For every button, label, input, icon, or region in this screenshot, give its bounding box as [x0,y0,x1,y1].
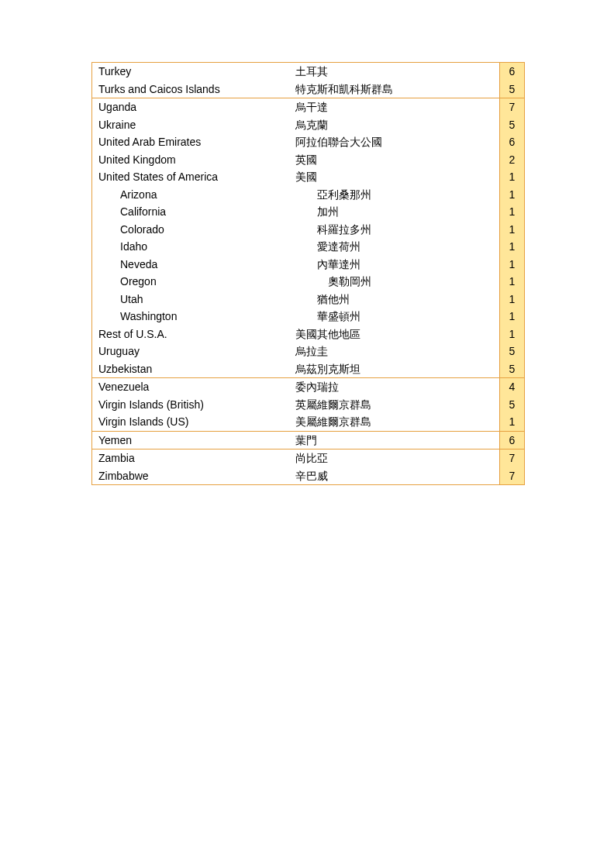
table-row: Utah猶他州1 [92,291,524,308]
country-name-en: Virgin Islands (British) [92,396,295,414]
country-name-en: United States of America [92,168,295,186]
value-cell: 1 [499,238,524,256]
country-name-zh: 亞利桑那州 [295,186,499,204]
value-cell: 1 [499,221,524,239]
table-row: Idaho愛達荷州1 [92,238,524,256]
table-row: Ukraine烏克蘭5 [92,116,524,134]
value-cell: 5 [499,116,524,134]
country-name-zh: 科羅拉多州 [295,221,499,239]
value-cell: 4 [499,378,524,396]
country-name-zh: 內華達州 [295,256,499,274]
country-name-en: Uzbekistan [92,360,295,378]
value-cell: 6 [499,432,524,450]
table-row: Zambia尚比亞7 [92,449,524,467]
table-row: California加州1 [92,203,524,221]
country-name-en: Zimbabwe [92,467,295,485]
country-name-en: Venezuela [92,378,295,396]
country-name-zh: 猶他州 [295,291,499,308]
country-name-zh: 奧勒岡州 [295,273,499,291]
country-name-zh: 美國其他地區 [295,326,499,343]
value-cell: 1 [499,168,524,186]
country-name-zh: 烏拉圭 [295,343,499,360]
table-row: Venezuela委內瑞拉4 [92,377,524,396]
country-name-en: Colorado [92,221,295,239]
country-name-en: California [92,203,295,221]
country-name-en: Oregon [92,273,295,291]
table-row: Oregon奧勒岡州1 [92,273,524,291]
value-cell: 1 [499,326,524,343]
value-cell: 5 [499,396,524,414]
value-cell: 5 [499,360,524,378]
table-row: United Kingdom英國2 [92,151,524,169]
value-cell: 6 [499,63,524,81]
country-name-zh: 加州 [295,203,499,221]
country-name-zh: 愛達荷州 [295,238,499,256]
table-row: United Arab Emirates阿拉伯聯合大公國6 [92,133,524,151]
country-name-zh: 葉門 [295,432,499,450]
table-row: Virgin Islands (British)英屬維爾京群島5 [92,396,524,414]
country-name-en: United Arab Emirates [92,133,295,151]
value-cell: 7 [499,98,524,116]
country-name-en: Arizona [92,186,295,204]
value-cell: 5 [499,343,524,360]
country-name-zh: 土耳其 [295,63,499,81]
country-name-zh: 阿拉伯聯合大公國 [295,133,499,151]
country-name-en: Yemen [92,432,295,450]
table-row: Turkey土耳其6 [92,63,524,81]
value-cell: 7 [499,467,524,485]
table-row: Uzbekistan烏茲別克斯坦5 [92,360,524,378]
country-name-zh: 烏茲別克斯坦 [295,360,499,378]
country-name-zh: 烏干達 [295,98,499,116]
table-row: United States of America美國1 [92,168,524,186]
value-cell: 1 [499,308,524,326]
table-row: Uganda烏干達7 [92,98,524,116]
country-name-zh: 華盛頓州 [295,308,499,326]
table-row: Rest of U.S.A.美國其他地區1 [92,326,524,343]
value-cell: 7 [499,450,524,467]
table-row: Yemen葉門6 [92,431,524,450]
country-name-en: Rest of U.S.A. [92,326,295,343]
country-name-en: United Kingdom [92,151,295,169]
value-cell: 1 [499,186,524,204]
country-name-en: Uruguay [92,343,295,360]
table-row: Colorado科羅拉多州1 [92,221,524,239]
country-name-en: Idaho [92,238,295,256]
value-cell: 2 [499,151,524,169]
country-name-zh: 英屬維爾京群島 [295,396,499,414]
table-row: Zimbabwe辛巴威7 [92,467,524,485]
value-cell: 5 [499,81,524,98]
country-name-en: Washington [92,308,295,326]
value-cell: 1 [499,273,524,291]
value-cell: 1 [499,413,524,431]
value-cell: 1 [499,203,524,221]
country-name-en: Turkey [92,63,295,81]
country-name-zh: 特克斯和凱科斯群島 [295,81,499,98]
country-name-en: Turks and Caicos Islands [92,81,295,98]
country-name-zh: 尚比亞 [295,450,499,467]
country-name-zh: 委內瑞拉 [295,378,499,396]
country-name-en: Utah [92,291,295,308]
table-row: Turks and Caicos Islands特克斯和凱科斯群島5 [92,81,524,98]
table-row: Neveda內華達州1 [92,256,524,274]
value-cell: 1 [499,291,524,308]
country-table: Turkey土耳其6Turks and Caicos Islands特克斯和凱科… [91,62,525,485]
country-name-zh: 英國 [295,151,499,169]
table-row: Washington華盛頓州1 [92,308,524,326]
country-name-en: Ukraine [92,116,295,134]
country-name-zh: 烏克蘭 [295,116,499,134]
value-cell: 6 [499,133,524,151]
country-name-en: Uganda [92,98,295,116]
table-row: Arizona亞利桑那州1 [92,186,524,204]
country-name-en: Zambia [92,450,295,467]
country-name-en: Virgin Islands (US) [92,413,295,431]
table-row: Uruguay烏拉圭5 [92,343,524,360]
country-name-en: Neveda [92,256,295,274]
country-name-zh: 美屬維爾京群島 [295,413,499,431]
table-row: Virgin Islands (US)美屬維爾京群島1 [92,413,524,431]
value-cell: 1 [499,256,524,274]
country-name-zh: 辛巴威 [295,467,499,485]
country-name-zh: 美國 [295,168,499,186]
